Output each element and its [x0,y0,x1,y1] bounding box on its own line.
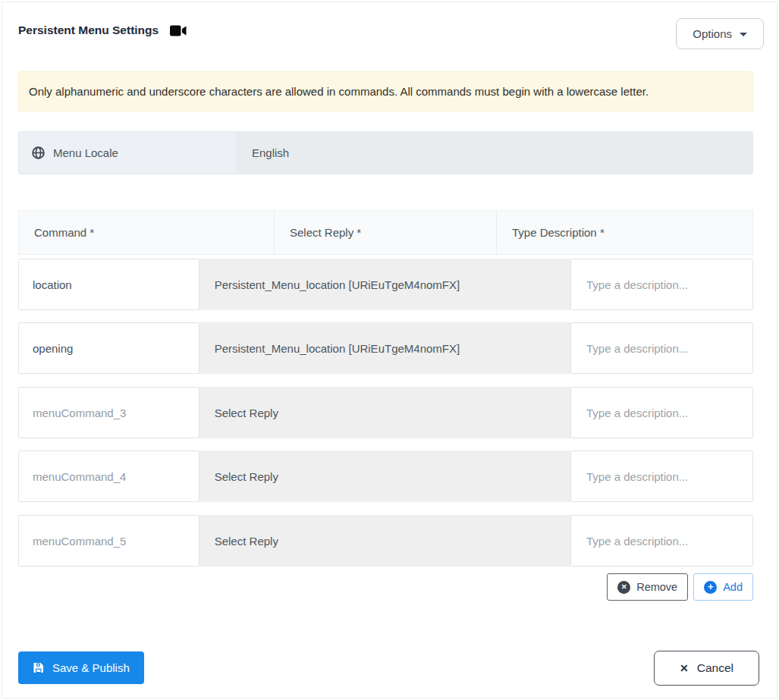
page-title-text: Persistent Menu Settings [18,24,159,37]
x-icon: ✕ [680,662,689,674]
table-row: Select Reply [18,450,753,502]
command-input[interactable] [18,322,199,374]
select-reply-button[interactable]: Select Reply [199,515,570,567]
persistent-menu-settings-card: Persistent Menu Settings Options Only al… [2,2,777,698]
table-header: Command * Select Reply * Type Descriptio… [18,210,753,255]
column-header-select-reply: Select Reply * [275,211,497,254]
table-row: Select Reply [18,515,753,567]
save-and-publish-button[interactable]: Save & Publish [18,651,144,684]
menu-locale-label: Menu Locale [18,131,236,174]
description-input[interactable] [570,450,753,502]
row-actions: ✕ Remove + Add [18,573,753,601]
add-button-label: Add [723,581,743,593]
description-input[interactable] [570,259,753,310]
options-button[interactable]: Options [676,18,764,49]
remove-button[interactable]: ✕ Remove [607,573,688,601]
column-header-type-description: Type Description * [497,211,752,254]
cancel-button-label: Cancel [697,661,733,675]
select-reply-button[interactable]: Select Reply [199,387,570,438]
caret-down-icon [740,33,747,36]
description-input[interactable] [570,515,753,567]
description-input[interactable] [570,322,753,374]
menu-locale-label-text: Menu Locale [53,146,118,159]
select-reply-button[interactable]: Persistent_Menu_location [URiEuTgeM4nomF… [199,259,570,310]
cancel-button[interactable]: ✕ Cancel [654,651,759,686]
remove-button-label: Remove [636,581,677,593]
column-header-command: Command * [19,211,275,254]
command-input[interactable] [18,387,199,438]
video-camera-icon [170,24,187,37]
table-row: Persistent_Menu_location [URiEuTgeM4nomF… [18,322,753,374]
save-button-label: Save & Publish [52,661,130,674]
command-input[interactable] [18,450,199,502]
table-row: Persistent_Menu_location [URiEuTgeM4nomF… [18,259,753,310]
select-reply-button[interactable]: Select Reply [199,450,570,502]
menu-locale-value: English [236,131,753,174]
options-button-label: Options [693,27,732,40]
menu-locale-group: Menu Locale English [18,131,753,174]
circle-plus-icon: + [704,581,717,594]
command-input[interactable] [18,259,199,310]
table-row: Select Reply [18,387,753,438]
alert-banner: Only alphanumeric and underscore charact… [18,71,753,111]
globe-icon [32,146,45,159]
command-input[interactable] [18,515,199,567]
alert-text: Only alphanumeric and underscore charact… [29,85,649,98]
add-button[interactable]: + Add [693,573,753,601]
page-title: Persistent Menu Settings [18,24,187,37]
circle-x-icon: ✕ [617,581,630,594]
select-reply-button[interactable]: Persistent_Menu_location [URiEuTgeM4nomF… [199,322,570,374]
description-input[interactable] [570,387,753,438]
floppy-disk-icon [33,662,44,673]
